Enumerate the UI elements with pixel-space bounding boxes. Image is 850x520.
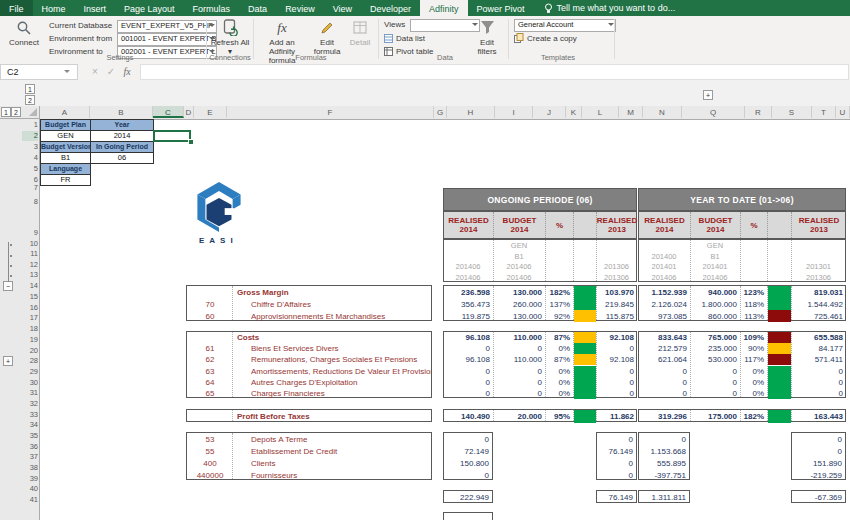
percent-value: 92% [546,312,570,321]
row-header-38[interactable]: 38 [22,463,38,473]
row-header-10[interactable]: 10 [22,239,38,249]
percent-value: 123% [741,288,764,297]
row-header-30[interactable]: 30 [22,378,38,388]
percent-value: 0% [741,367,764,376]
row-header-16[interactable]: 16 [22,303,38,313]
total-value: 222.949 [444,493,489,502]
column-outline-level-1-button[interactable]: 1 [25,84,35,94]
row-header-35[interactable]: 35 [22,431,38,441]
realised-2013-value: 0 [597,344,634,353]
total-value: 76.149 [597,493,633,502]
account-code: 53 [187,435,233,444]
status-indicator-red [768,332,791,343]
realised-2013-value: 0 [597,389,634,398]
account-code: 61 [187,344,233,353]
row-header-28[interactable]: 28 [22,356,38,366]
row-header-1[interactable]: 1 [22,120,38,130]
column-header-cell: % [741,212,768,238]
row-header-34[interactable]: 34 [22,420,38,430]
row-header-9[interactable]: 9 [22,228,38,238]
row-header-19[interactable]: 19 [22,335,38,345]
status-indicator-green [574,377,596,388]
realised-2013-value: 0 [597,459,633,468]
row-header-11[interactable]: 11 [22,249,38,259]
collapse-rows-button[interactable]: − [3,281,13,291]
row-header-4[interactable]: 4 [22,153,38,163]
column-outline-level-2-button[interactable]: 2 [25,95,35,105]
row-header-14[interactable]: 14 [22,281,38,291]
account-code: 60 [187,312,233,321]
row-header-29[interactable]: 29 [22,367,38,377]
row-header-36[interactable]: 36 [22,442,38,452]
row-header-33[interactable]: 33 [22,410,38,420]
status-indicator-green [574,298,596,310]
account-label: Clients [251,459,431,468]
row-header-5[interactable]: 5 [22,164,38,174]
percent-value: 0% [546,344,570,353]
row-header-37[interactable]: 37 [22,452,38,462]
row-header-20[interactable]: 20 [22,346,38,356]
budget-2014-value: 110.000 [494,355,542,364]
row-header-31[interactable]: 31 [22,388,38,398]
column-header-cell: REALISED 2014 [639,212,691,238]
row-header-15[interactable]: 15 [22,292,38,302]
code-dotted-separator [232,332,233,397]
excel-window: FileHomeInsertPage LayoutFormulasDataRev… [0,0,850,520]
budget-2014-value: 0 [494,367,542,376]
partial-box [443,512,493,520]
row-header-3[interactable]: 3 [22,142,38,152]
outline-dot [10,255,12,257]
realised-2014-value: 96.108 [444,355,490,364]
row-header-18[interactable]: 18 [22,324,38,334]
percent-value: 109% [741,333,764,342]
status-indicator-green [768,366,791,377]
realised-2014-value: 319.296 [639,412,687,421]
row-header-2[interactable]: 2 [22,131,38,141]
panel-title-1: ONGOING PERIODE (06) [443,188,637,211]
row-header-32[interactable]: 32 [22,399,38,409]
status-indicator-green [768,298,791,310]
status-indicator-green [574,410,596,423]
account-label: Profit Before Taxes [237,412,417,421]
row-header-8[interactable]: 8 [22,197,38,207]
period-code: 201406 [494,262,544,272]
totals-box: 1.311.811 [638,490,690,503]
realised-2014-value: 621.064 [639,355,687,364]
account-code: 400 [187,459,233,468]
panel-column-headers: REALISED 2014BUDGET 2014%REALISED 2013 [638,211,846,239]
row-header-13[interactable]: 13 [22,270,38,280]
realised-2014-value: 236.598 [444,288,490,297]
totals-box: -67.369 [791,490,846,503]
status-indicator-green [574,286,596,298]
budget-2014-value: 260.000 [494,300,542,309]
row-header-7[interactable]: 7 [22,183,38,193]
row-outline-level-1-button[interactable]: 1 [1,107,11,117]
outline-dot [10,275,12,277]
account-code: 55 [187,447,233,456]
row-header-41[interactable]: 41 [22,495,38,505]
row-outline-level-2-button[interactable]: 2 [11,107,21,117]
account-label: Autres Charges D'Exploitation [251,378,431,387]
status-indicator-amber [574,310,596,322]
expand-rows-button[interactable]: + [3,356,13,366]
column-dotted-separator [545,240,546,281]
account-label: Biens Et Services Divers [251,344,431,353]
period-code: 201406 [444,273,492,283]
realised-2014-value: 0 [639,378,687,387]
column-dotted-separator [740,240,741,281]
period-code: 201401 [639,262,689,272]
status-indicator-amber [768,343,791,354]
percent-value: 0% [546,367,570,376]
row-header-40[interactable]: 40 [22,484,38,494]
labels-box-section-1: Gross Margin70Chiffre D'Affaires60Approv… [186,285,432,321]
labels-box-balance: 53Depots A Terme55Etablissement De Credi… [186,432,432,480]
percent-value: 0% [741,378,764,387]
row-header-17[interactable]: 17 [22,313,38,323]
realised-2013-value: 103.970 [597,288,634,297]
expand-columns-button[interactable]: + [703,90,713,100]
row-header-39[interactable]: 39 [22,474,38,484]
column-header-cell: REALISED 2013 [792,212,846,238]
realised-2013-value: 819.031 [792,288,843,297]
realised-2014-value: 140.490 [444,412,490,421]
row-header-12[interactable]: 12 [22,260,38,270]
